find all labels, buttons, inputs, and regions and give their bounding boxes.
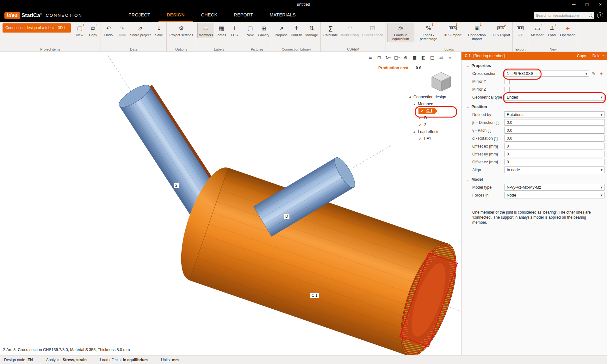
mirror-z-checkbox[interactable]	[505, 87, 510, 92]
ribbon-manage-button[interactable]: ⇅ Manage	[304, 23, 319, 38]
ribbon-loads-percentage-button[interactable]: %↓ Loads - percentage	[415, 23, 442, 42]
model-type-select[interactable]: N-Vy-Vz-Mx-My-Mz▼	[505, 184, 604, 191]
ribbon-lcs-toggle[interactable]: ⊥ LCS	[228, 23, 241, 38]
shaded-view-icon[interactable]: ◧	[420, 54, 427, 61]
row-geometrical-type: Geometrical type Ended ▼	[461, 93, 607, 101]
search-input[interactable]: Search on ideastatica.com	[534, 12, 594, 19]
tab-design[interactable]: DESIGN	[158, 9, 193, 22]
checkmark-icon[interactable]: ✔	[418, 136, 423, 141]
scales-icon: ⚖	[396, 24, 406, 33]
ribbon-redo-button[interactable]: ↷ Redo	[115, 23, 128, 38]
project-type-button[interactable]: Connection design of a tubular 3D t	[3, 23, 71, 33]
wireframe-view-icon[interactable]: □	[429, 54, 436, 61]
tab-report[interactable]: REPORT	[226, 9, 261, 22]
align-select[interactable]: In node▼	[505, 167, 604, 173]
ribbon-xls-export-button[interactable]: XLS↓ XLS Export	[491, 23, 511, 42]
offset-ex-input[interactable]: 0	[505, 143, 604, 149]
ribbon-save-button[interactable]: ↓ Save	[152, 23, 165, 38]
ribbon-weld-sizing-button[interactable]: ◠ Weld sizing	[340, 23, 360, 38]
production-cost[interactable]: Production cost - 0 €	[378, 66, 421, 70]
tree-expand-icon[interactable]: ◢	[409, 96, 412, 98]
section-properties[interactable]: ⌄ Properties	[461, 60, 607, 70]
offset-ey-input[interactable]: 0	[505, 151, 604, 157]
solid-view-icon[interactable]: ■	[411, 54, 418, 61]
tree-group-members[interactable]: ◢ Members	[409, 100, 460, 107]
ribbon-new-project-button[interactable]: ▢+ New	[73, 23, 86, 38]
ribbon-new-operation-button[interactable]: + Operation	[559, 23, 577, 38]
ribbon-undo-button[interactable]: ↶ Undo	[102, 23, 115, 38]
home-view-icon[interactable]: ⌂	[446, 54, 454, 61]
3d-viewport[interactable]: 2 D C 1 ≡ ⊡ ↻▾ ▢▾ ⊕ ■ ◧ □ ⇄ ⌂ Production…	[0, 52, 461, 355]
member-tag-d[interactable]: D	[284, 214, 290, 219]
forces-in-select[interactable]: Node▼	[505, 192, 604, 198]
tree-expand-icon[interactable]: ◢	[413, 103, 416, 105]
ribbon-publish-button[interactable]: ↑ Publish	[289, 23, 303, 38]
defined-by-select[interactable]: Rotations▼	[505, 111, 604, 118]
beta-direction-input[interactable]: 0.0	[505, 119, 604, 126]
group-label-new: New	[528, 47, 578, 51]
checkmark-icon[interactable]: ✔	[418, 116, 423, 120]
ribbon-propose-button[interactable]: ↗ Propose	[273, 23, 289, 38]
member-tag-2[interactable]: 2	[174, 183, 179, 188]
ribbon-gallery-button[interactable]: ⊞ Gallery	[257, 23, 270, 38]
ribbon-overall-check-button[interactable]: ☑ Overall check	[361, 23, 384, 38]
ribbon-plates-toggle[interactable]: ▦ Plates	[215, 23, 227, 38]
panel-delete-button[interactable]: Delete	[592, 54, 604, 58]
geometrical-type-select[interactable]: Ended ▼	[505, 94, 604, 100]
ribbon-calculate-button[interactable]: ∑ Calculate	[322, 23, 339, 38]
select-mode-icon[interactable]: ▢▾	[393, 54, 400, 61]
ribbon-xls-import-button[interactable]: XLS↓ XLS Import	[443, 23, 463, 42]
minimize-button[interactable]: —	[567, 0, 580, 9]
tab-materials[interactable]: MATERIALS	[261, 9, 304, 22]
ribbon-new-picture-button[interactable]: ▢+ New	[244, 23, 256, 38]
section-model[interactable]: ⌄ Model	[461, 174, 607, 183]
tree-expand-icon[interactable]: ◢	[413, 130, 416, 133]
app-bar: idea StatiCa® CONNECTION PROJECT DESIGN …	[0, 9, 607, 22]
tab-project[interactable]: PROJECT	[120, 9, 158, 22]
tree-item-c1-selected[interactable]: ✔ C 1	[418, 108, 435, 114]
3d-scene[interactable]	[0, 52, 461, 355]
tree-item-c1[interactable]: ✔ C 1	[409, 107, 460, 114]
checkmark-icon[interactable]: ✔	[418, 123, 423, 127]
orbit-icon[interactable]: ↻▾	[384, 54, 392, 61]
section-view-icon[interactable]: ≡	[367, 54, 374, 61]
tree-item-le1[interactable]: ✔ LE1	[409, 135, 460, 142]
member-tag-c1[interactable]: C 1	[310, 293, 319, 298]
ribbon-copy-project-button[interactable]: ⧉+ Copy	[87, 23, 99, 38]
offset-ez-input[interactable]: 0	[505, 159, 604, 165]
ribbon-ifc-export-button[interactable]: IFC IFC	[514, 23, 527, 38]
info-icon[interactable]: i	[597, 12, 603, 18]
navigation-cube[interactable]	[428, 70, 454, 93]
xls-export-icon: XLS↓	[496, 24, 506, 33]
section-position[interactable]: ⌄ Position	[461, 101, 607, 111]
gamma-pitch-input[interactable]: 0.0	[505, 127, 604, 134]
ribbon-connection-import-button[interactable]: ▣↓ Connection Import	[463, 23, 491, 42]
mirror-y-checkbox[interactable]	[505, 79, 510, 84]
panel-copy-button[interactable]: Copy	[577, 54, 586, 58]
axis-dashed-line-member2	[108, 55, 132, 93]
ribbon-members-toggle[interactable]: ▭ Members	[197, 23, 214, 38]
edit-cross-section-icon[interactable]: ✎	[591, 71, 597, 76]
tree-root-connection-design[interactable]: ◢ Connection design...	[409, 94, 460, 100]
mirror-view-icon[interactable]: ⇄	[437, 54, 445, 61]
ribbon-group-loads: ⚖ Loads in equilibrium %↓ Loads - percen…	[386, 22, 513, 52]
tab-check[interactable]: CHECK	[193, 9, 226, 22]
fit-view-icon[interactable]: ⊡	[375, 54, 383, 61]
add-cross-section-icon[interactable]: +	[598, 71, 604, 76]
tree-item-2[interactable]: ✔ 2	[409, 121, 460, 128]
zoom-extents-icon[interactable]: ⊕	[402, 54, 409, 61]
close-button[interactable]: ×	[594, 0, 607, 9]
ribbon-new-member-button[interactable]: ▭+ Member	[530, 23, 545, 38]
tree-group-load-effects[interactable]: ◢ Load effects	[409, 128, 460, 135]
ribbon-new-load-button[interactable]: ⇊+ Load	[546, 23, 558, 38]
ribbon-share-project-button[interactable]: ⇗ Share project	[129, 23, 152, 38]
ribbon-loads-in-equilibrium-toggle[interactable]: ⚖ Loads in equilibrium	[387, 23, 414, 42]
maximize-button[interactable]: □	[580, 0, 594, 9]
cross-section-select[interactable]: 1 - PIPE310XS ▼	[505, 70, 589, 77]
checkmark-icon[interactable]: ✔	[421, 109, 425, 113]
row-offset-ez: Offset ez [mm] 0	[461, 158, 607, 166]
ribbon-project-settings-button[interactable]: ⚙ Project settings	[168, 23, 194, 38]
window-controls: — □ ×	[567, 0, 607, 9]
alpha-rotation-input[interactable]: 0.0	[505, 135, 604, 142]
tree-item-d[interactable]: ✔ D	[409, 114, 460, 121]
